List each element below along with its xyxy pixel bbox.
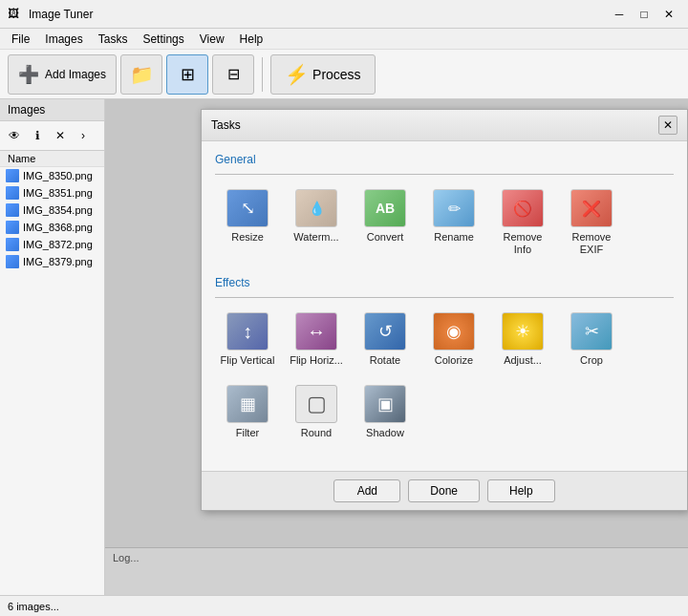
add-images-button[interactable]: ➕ Add Images <box>8 54 117 95</box>
toolbar: ➕ Add Images 📁 ⊞ ⊟ ⚡ Process <box>0 50 688 99</box>
file-icon <box>6 221 19 234</box>
add-button[interactable]: Add <box>333 479 400 502</box>
filter-icon: ▦ <box>226 385 269 423</box>
process-button[interactable]: ⚡ Process <box>270 54 376 95</box>
folder-button[interactable]: 📁 <box>120 54 162 95</box>
folder-icon: 📁 <box>130 63 154 86</box>
close-button[interactable]: ✕ <box>657 5 680 24</box>
rotate-icon: ↺ <box>364 312 406 350</box>
task-item-adjust[interactable]: ☀ Adjust... <box>490 306 555 373</box>
status-bar: 6 images... <box>0 595 688 616</box>
status-text: 6 images... <box>8 601 59 612</box>
list-item[interactable]: IMG_8351.png <box>0 184 104 202</box>
colorize-label: Colorize <box>435 354 473 367</box>
dialog-close-button[interactable]: ✕ <box>658 116 677 135</box>
list-item[interactable]: IMG_8368.png <box>0 219 104 236</box>
task-item-remove-exif[interactable]: ❌ Remove EXIF <box>559 182 624 263</box>
task-item-filter[interactable]: ▦ Filter <box>215 378 280 446</box>
colorize-icon: ◉ <box>433 312 475 350</box>
task-item-rotate[interactable]: ↺ Rotate <box>353 306 418 373</box>
menu-help[interactable]: Help <box>232 31 271 48</box>
add-images-icon: ➕ <box>18 64 39 85</box>
remove-info-icon: 🚫 <box>502 189 544 227</box>
task-item-remove-info[interactable]: 🚫 Remove Info <box>490 182 555 263</box>
task-item-colorize[interactable]: ◉ Colorize <box>421 306 486 373</box>
sidebar-info-button[interactable]: ℹ <box>27 125 48 146</box>
remove-exif-label: Remove EXIF <box>564 231 619 256</box>
toolbar-separator <box>262 57 263 92</box>
file-icon <box>6 203 19 217</box>
convert-icon: AB <box>364 189 406 227</box>
done-button[interactable]: Done <box>408 479 480 502</box>
remove-info-label: Remove Info <box>495 231 550 256</box>
menu-images[interactable]: Images <box>37 31 90 48</box>
adjust-icon: ☀ <box>502 312 544 350</box>
watermark-label: Waterm... <box>293 231 338 244</box>
watermark-icon: 💧 <box>295 189 337 227</box>
adjust-label: Adjust... <box>504 354 542 367</box>
sidebar-eye-button[interactable]: 👁 <box>4 125 25 146</box>
dialog-title: Tasks <box>211 118 241 132</box>
effects-section-label: Effects <box>215 276 674 289</box>
maximize-button[interactable]: □ <box>633 5 656 24</box>
file-icon <box>6 169 19 182</box>
menu-bar: File Images Tasks Settings View Help <box>0 29 688 50</box>
task-item-crop[interactable]: ✂ Crop <box>559 306 624 373</box>
file-list: IMG_8350.png IMG_8351.png IMG_8354.png I… <box>0 167 104 595</box>
round-icon: ▢ <box>295 385 337 423</box>
grid-icon: ⊞ <box>181 64 195 85</box>
grid-view-button[interactable]: ⊞ <box>166 54 208 95</box>
sidebar-expand-button[interactable]: › <box>73 125 94 146</box>
task-item-flip-horizontal[interactable]: ↔ Flip Horiz... <box>284 306 349 373</box>
task-item-round[interactable]: ▢ Round <box>284 378 349 446</box>
crop-icon: ✂ <box>570 312 613 350</box>
menu-view[interactable]: View <box>192 31 232 48</box>
effects-divider <box>215 297 674 298</box>
task-item-watermark[interactable]: 💧 Waterm... <box>284 182 349 263</box>
list-icon: ⊟ <box>227 65 240 83</box>
convert-label: Convert <box>367 231 404 244</box>
file-name: IMG_8368.png <box>23 222 93 233</box>
list-view-button[interactable]: ⊟ <box>212 54 254 95</box>
resize-icon: ⤡ <box>226 189 269 227</box>
sidebar-remove-button[interactable]: ✕ <box>50 125 71 146</box>
file-icon <box>6 255 19 268</box>
flip-horizontal-label: Flip Horiz... <box>290 354 343 367</box>
window-controls: ─ □ ✕ <box>608 5 680 24</box>
sidebar-col-name: Name <box>0 151 104 167</box>
menu-settings[interactable]: Settings <box>135 31 191 48</box>
main-layout: Images 👁 ℹ ✕ › Name IMG_8350.png IMG_835… <box>0 99 688 595</box>
list-item[interactable]: IMG_8372.png <box>0 236 104 253</box>
list-item[interactable]: IMG_8350.png <box>0 167 104 184</box>
menu-file[interactable]: File <box>4 31 37 48</box>
list-item[interactable]: IMG_8379.png <box>0 253 104 270</box>
shadow-label: Shadow <box>366 427 404 439</box>
list-item[interactable]: IMG_8354.png <box>0 202 104 219</box>
add-images-label: Add Images <box>45 68 106 81</box>
tasks-dialog: Tasks ✕ General ⤡ Resize <box>201 109 688 511</box>
content-area: Log... Tasks ✕ General <box>105 99 688 595</box>
file-name: IMG_8372.png <box>23 239 93 250</box>
sidebar: Images 👁 ℹ ✕ › Name IMG_8350.png IMG_835… <box>0 99 105 595</box>
file-name: IMG_8350.png <box>23 170 93 181</box>
general-task-grid: ⤡ Resize 💧 Waterm... <box>215 182 674 263</box>
file-name: IMG_8351.png <box>23 187 93 199</box>
sidebar-toolbar: 👁 ℹ ✕ › <box>0 121 104 151</box>
menu-tasks[interactable]: Tasks <box>91 31 136 48</box>
task-item-convert[interactable]: AB Convert <box>353 182 418 263</box>
rotate-label: Rotate <box>370 354 400 367</box>
dialog-footer: Add Done Help <box>202 471 687 510</box>
flip-vertical-label: Flip Vertical <box>221 354 275 367</box>
app-title: Image Tuner <box>29 8 608 21</box>
resize-label: Resize <box>231 231 264 244</box>
minimize-button[interactable]: ─ <box>608 5 631 24</box>
task-item-flip-vertical[interactable]: ↕ Flip Vertical <box>215 306 280 373</box>
task-item-resize[interactable]: ⤡ Resize <box>215 182 280 263</box>
task-item-rename[interactable]: ✏ Rename <box>421 182 486 263</box>
file-name: IMG_8379.png <box>23 256 93 267</box>
remove-exif-icon: ❌ <box>570 189 613 227</box>
task-item-shadow[interactable]: ▣ Shadow <box>353 378 418 446</box>
help-button[interactable]: Help <box>487 479 555 502</box>
title-bar: 🖼 Image Tuner ─ □ ✕ <box>0 0 688 29</box>
process-label: Process <box>312 67 361 82</box>
